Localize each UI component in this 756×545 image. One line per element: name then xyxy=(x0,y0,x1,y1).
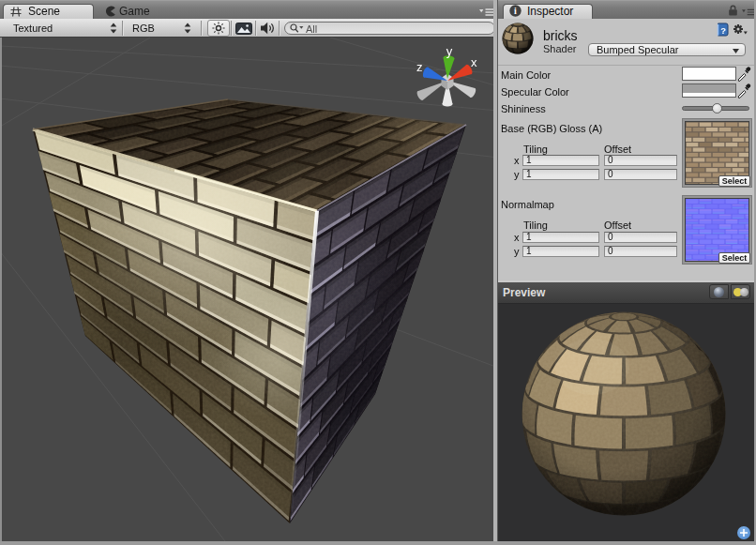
svg-text:z: z xyxy=(416,60,423,74)
svg-text:i: i xyxy=(514,6,517,16)
svg-text:?: ? xyxy=(720,25,726,36)
svg-text:y: y xyxy=(446,44,453,58)
svg-text:x: x xyxy=(471,55,477,69)
